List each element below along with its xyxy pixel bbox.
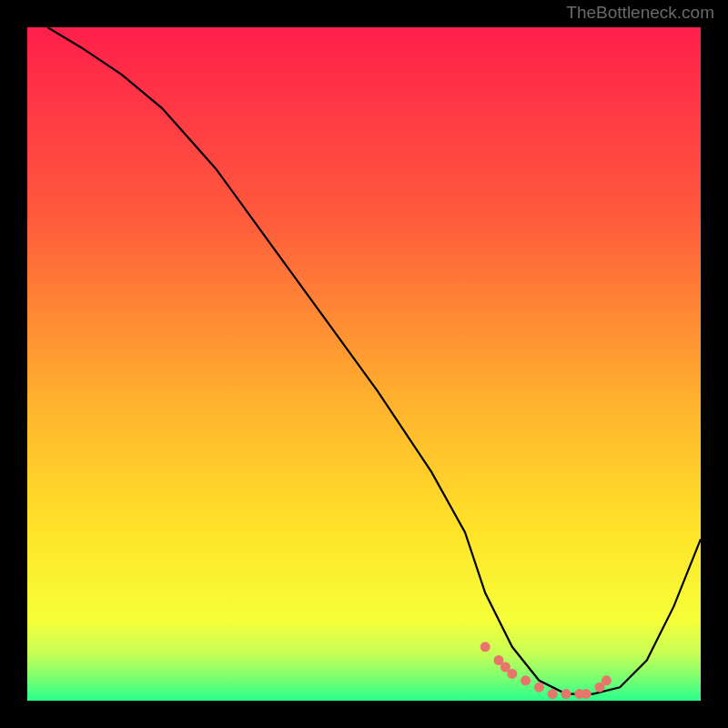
highlight-markers [480,642,612,699]
attribution-text: TheBottleneck.com [566,3,714,23]
highlight-marker [521,675,531,685]
highlight-marker [507,669,517,679]
highlight-marker [480,642,490,652]
highlight-marker [602,675,612,685]
highlight-marker [581,689,592,699]
chart-curve-layer [27,27,701,701]
highlight-marker [534,682,544,693]
highlight-marker [561,689,571,699]
highlight-marker [548,689,558,699]
chart-container [27,27,701,701]
bottleneck-curve [47,27,701,694]
